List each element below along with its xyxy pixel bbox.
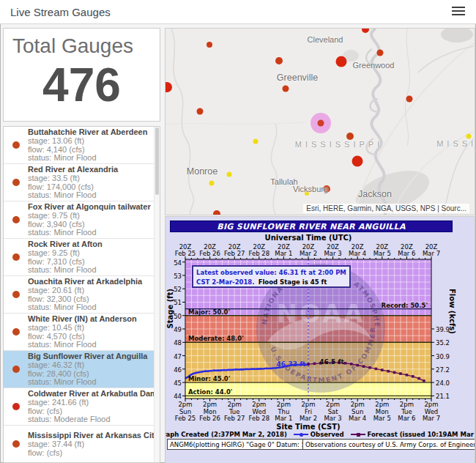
gauge-status-dot — [12, 440, 20, 448]
gauge-status: status: Minor Flood — [28, 191, 155, 200]
stage-axis-tick: 51 — [166, 299, 182, 306]
map-label-state: MISSISSIPPI — [295, 140, 383, 149]
gauge-name: Mississippi River at Arkansas City — [28, 431, 155, 440]
map-gauge-marker[interactable] — [197, 108, 204, 115]
stage-axis-tick: 49 — [166, 326, 182, 333]
gauge-name: Buttahatchie River at Aberdeen — [28, 127, 155, 136]
gauge-status-dot — [12, 253, 20, 261]
gauge-list-item[interactable]: Red River at Alexandriastage: 33.5 (ft)f… — [4, 164, 155, 201]
gauge-list-item[interactable]: Rock River at Aftonstage: 9.25 (ft)flow:… — [4, 239, 155, 276]
map-gauge-marker[interactable] — [346, 133, 354, 140]
gauge-list[interactable]: Buttahatchie River at Aberdeenstage: 13.… — [4, 127, 155, 462]
map-label-state: MISSISS — [436, 139, 475, 148]
map-gauge-marker[interactable] — [253, 139, 259, 144]
map-gauge-marker[interactable] — [377, 50, 384, 56]
map-gauge-marker[interactable] — [213, 210, 220, 215]
gauge-stage: stage: 9.25 (ft) — [28, 249, 155, 258]
map-attribution: Esri, HERE, Garmin, NGA, USGS, NPS | Sou… — [303, 204, 469, 213]
total-gauges-panel: Total Gauges 476 — [3, 28, 160, 122]
stage-axis-tick: 47 — [166, 353, 182, 360]
gauge-stage: stage: 13.06 (ft) — [28, 137, 155, 146]
gauge-status-dot — [12, 403, 20, 410]
total-gauges-count: 476 — [4, 58, 160, 112]
observations-credit-note: Observations courtesy of U.S. Army Corps… — [302, 439, 475, 450]
gauge-text: Buttahatchie River at Aberdeenstage: 13.… — [28, 127, 155, 163]
map-gauge-marker[interactable] — [406, 96, 413, 103]
gauge-dot-column — [4, 216, 28, 223]
gauge-list-item[interactable]: Ouachita River at Arkadelphiastage: 20.6… — [4, 276, 155, 314]
map-gauge-marker[interactable] — [207, 42, 212, 48]
app-header: Live Stream Gauges — [0, 0, 476, 24]
gauge-status: status: Minor Flood — [28, 266, 155, 275]
gauge-list-panel: Buttahatchie River at Aberdeenstage: 13.… — [3, 126, 160, 463]
map-gauge-marker[interactable] — [352, 156, 363, 167]
bottom-axis-date-tick: Mar 7 — [415, 415, 447, 422]
gauge-name: Coldwater River at Arkabutla Dam — [28, 389, 155, 398]
map-gauge-marker[interactable] — [283, 86, 289, 92]
map-label-city: Vicksburg — [293, 185, 328, 193]
gauge-text: Red River at Alexandriastage: 33.5 (ft)f… — [28, 165, 155, 200]
gauge-name: Big Sunflower River at Anguilla — [28, 352, 155, 360]
flow-axis-tick: 24.0 — [436, 379, 458, 387]
gauge-dot-column — [4, 141, 28, 149]
gauge-status-dot — [12, 366, 20, 373]
legend-forecast: Forecast (issued 10:19AM Mar 2) — [351, 431, 475, 438]
flow-axis-tick: 35.2 — [436, 339, 458, 347]
map-label-city: Greenwood — [353, 61, 395, 70]
gauge-stage: stage: 241.66 (ft) — [28, 399, 155, 407]
gauge-text: Rock River at Aftonstage: 9.25 (ft)flow:… — [28, 240, 155, 275]
gauge-dot-column — [4, 366, 28, 373]
map-gauge-marker[interactable] — [466, 134, 472, 139]
gauge-text: Ouachita River at Arkadelphiastage: 20.6… — [28, 277, 155, 312]
list-scrollbar[interactable] — [154, 127, 160, 462]
gauge-list-item[interactable]: Big Sunflower River at Anguillastage: 46… — [4, 351, 155, 388]
bottom-axis-title: Site Time (CST) — [185, 423, 431, 431]
gauge-text: Big Sunflower River at Anguillastage: 46… — [28, 352, 155, 387]
map-label-city: Jackson — [358, 189, 392, 199]
forecast-line-icon — [351, 434, 365, 435]
map-gauge-marker[interactable] — [336, 56, 347, 67]
menu-bar — [452, 10, 465, 12]
gauge-text: Mississippi River at Arkansas Citystage:… — [28, 431, 155, 458]
selected-gauge-marker[interactable] — [318, 120, 324, 127]
gauge-stage: stage: 37.44 (ft) — [28, 440, 155, 449]
gauge-list-item[interactable]: Coldwater River at Arkabutla Damstage: 2… — [4, 388, 155, 426]
gauge-name: Fox River at Algonquin tailwater — [28, 202, 155, 211]
top-axis-date-tick: Mar 7 — [415, 250, 447, 257]
gauge-flow: flow: (cfs) — [28, 449, 155, 458]
total-gauges-title: Total Gauges — [12, 34, 133, 58]
gauge-status: status: Minor Flood — [28, 229, 155, 237]
map-label-city: Monroe — [187, 166, 217, 177]
gauge-stage: stage: 9.75 (ft) — [28, 212, 155, 221]
gauge-text: Fox River at Algonquin tailwaterstage: 9… — [28, 202, 155, 237]
gauge-status: status: Minor Flood — [28, 154, 155, 163]
menu-bar — [452, 7, 465, 8]
gauge-stage: stage: 46.32 (ft) — [28, 361, 155, 370]
gauge-dot-column — [4, 440, 28, 448]
stage-axis-tick: 46 — [166, 366, 182, 374]
legend-observed: Observed — [294, 431, 344, 438]
gauge-status-dot — [12, 179, 20, 186]
observed-line-icon — [294, 434, 308, 435]
scrollbar-thumb[interactable] — [155, 127, 159, 195]
gauge-list-item[interactable]: White River (IN) at Andersonstage: 10.45… — [4, 314, 155, 351]
gauge-text: Coldwater River at Arkabutla Damstage: 2… — [28, 389, 155, 424]
gauge-dot-column — [4, 179, 28, 186]
gauge-dot-column — [4, 253, 28, 261]
map-gauge-marker[interactable] — [209, 181, 215, 186]
gauge-list-item[interactable]: Buttahatchie River at Aberdeenstage: 13.… — [4, 127, 155, 164]
hamburger-menu-icon[interactable] — [452, 7, 465, 17]
gauge-list-item[interactable]: Fox River at Algonquin tailwaterstage: 9… — [4, 201, 155, 239]
map[interactable]: MISSISSIPPIMISSISSClevelandGreenwoodGree… — [165, 28, 475, 215]
stage-axis-tick: 53 — [166, 273, 182, 280]
map-gauge-marker[interactable] — [227, 172, 232, 177]
gauge-dot-column — [4, 403, 28, 410]
gauge-status-dot — [12, 141, 20, 149]
stage-axis-tick: 48 — [166, 339, 182, 347]
gauge-status-dot — [12, 291, 20, 298]
gauge-list-item[interactable]: Mississippi River at Arkansas Citystage:… — [4, 426, 155, 462]
map-gauge-marker[interactable] — [275, 57, 283, 64]
chart-legend: Graph Created (2:37PM Mar 2, 2018) Obser… — [168, 431, 456, 438]
hydrograph-panel: BIG SUNFLOWER RIVER NEAR ANGUILLA Univer… — [165, 216, 475, 463]
stage-axis-tick: 54 — [166, 259, 182, 267]
